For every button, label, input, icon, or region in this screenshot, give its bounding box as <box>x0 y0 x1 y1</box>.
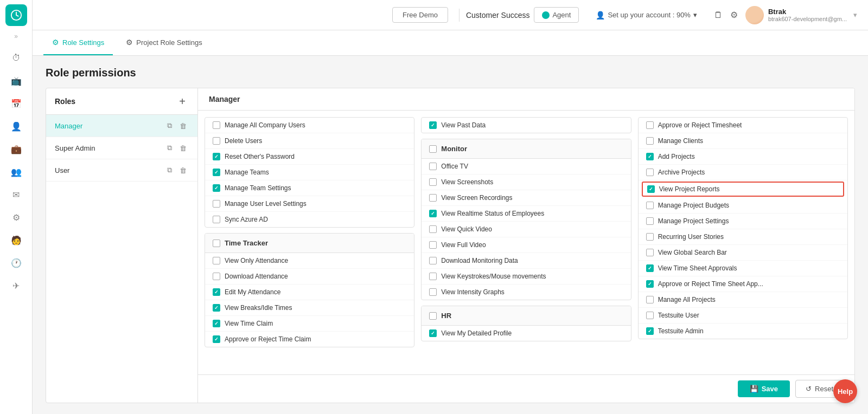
save-icon: 💾 <box>750 385 758 393</box>
cb-download-attendance[interactable] <box>213 273 220 280</box>
cb-manage-all-projects[interactable] <box>646 296 654 303</box>
roles-page: Role permissions Roles + Manager ⧉ 🗑 <box>33 56 868 414</box>
cb-office-tv[interactable] <box>429 163 437 170</box>
perm-item-delete-users: Delete Users <box>205 133 414 149</box>
sidebar-icon-gear[interactable]: ⚙ <box>6 207 27 228</box>
notifications-icon[interactable]: 🗒 <box>714 10 723 20</box>
cb-manage-teams[interactable] <box>213 169 220 176</box>
sidebar-icon-tv[interactable]: 📺 <box>6 70 27 91</box>
cb-archive-projects[interactable] <box>646 169 654 176</box>
role-item-super-admin[interactable]: Super Admin ⧉ 🗑 <box>46 137 197 159</box>
perm-item-manage-teams: Manage Teams <box>205 165 414 180</box>
sidebar-icon-person[interactable]: 🧑 <box>6 230 27 250</box>
app-logo[interactable] <box>5 4 27 26</box>
cb-add-projects[interactable] <box>646 153 654 160</box>
cb-view-past-data[interactable] <box>429 121 437 129</box>
cb-approve-reject-time-sheet-app[interactable] <box>646 280 654 288</box>
cb-manage-clients[interactable] <box>646 137 654 145</box>
cb-delete-users[interactable] <box>213 137 220 145</box>
tab-project-role-settings[interactable]: ⚙ Project Role Settings <box>117 30 210 55</box>
cb-manage-project-settings[interactable] <box>646 217 654 225</box>
tab-role-settings[interactable]: ⚙ Role Settings <box>43 30 113 55</box>
perm-group-user-mgmt: Manage All Company Users Delete Users Re… <box>205 117 414 228</box>
cb-time-tracker-header[interactable] <box>213 240 220 247</box>
perm-item-view-breaks: View Breaks/Idle Times <box>205 300 414 316</box>
cb-sync-azure-ad[interactable] <box>213 216 220 223</box>
delete-role-super-admin[interactable]: 🗑 <box>177 143 189 153</box>
cb-monitor-header[interactable] <box>429 145 437 153</box>
perm-item-view-quick-video: View Quick Video <box>422 222 630 237</box>
sidebar-icon-user[interactable]: 👤 <box>6 116 27 137</box>
add-role-button[interactable]: + <box>176 95 189 108</box>
cb-view-breaks[interactable] <box>213 304 220 312</box>
copy-role-super-admin[interactable]: ⧉ <box>165 143 174 153</box>
cb-edit-my-attendance[interactable] <box>213 288 220 296</box>
cb-manage-all-company-users[interactable] <box>213 121 220 129</box>
cb-manage-project-budgets[interactable] <box>646 202 654 209</box>
cb-view-time-claim[interactable] <box>213 320 220 327</box>
user-info: Btrak btrak607-development@gm... <box>768 8 847 22</box>
agent-button[interactable]: Agent <box>534 7 579 23</box>
perm-label-view-time-sheet-approvals: View Time Sheet Approvals <box>658 264 737 272</box>
perm-item-view-keystrokes: View Keystrokes/Mouse movements <box>422 269 630 284</box>
setup-account-button[interactable]: 👤 Set up your account : 90% ▾ <box>588 7 705 23</box>
free-demo-button[interactable]: Free Demo <box>392 7 448 23</box>
help-button[interactable]: Help <box>833 379 857 403</box>
sidebar-icon-mail[interactable]: ✉ <box>6 184 27 205</box>
save-button[interactable]: 💾 Save <box>738 380 790 397</box>
cb-testsuite-user[interactable] <box>646 312 654 319</box>
cb-reset-password[interactable] <box>213 153 220 160</box>
cb-view-quick-video[interactable] <box>429 225 437 233</box>
cb-view-global-search-bar[interactable] <box>646 249 654 256</box>
cb-view-intensity-graphs[interactable] <box>429 288 437 296</box>
sidebar-toggle[interactable]: » <box>14 33 18 40</box>
cb-view-time-sheet-approvals[interactable] <box>646 264 654 272</box>
cb-manage-user-level-settings[interactable] <box>213 200 220 208</box>
copy-role-manager[interactable]: ⧉ <box>165 120 174 131</box>
sidebar-icon-clock[interactable]: ⏱ <box>6 48 27 68</box>
sidebar-icon-alarm[interactable]: 🕐 <box>6 253 27 273</box>
sidebar-icon-users[interactable]: 👥 <box>6 161 27 182</box>
perm-label-manage-clients: Manage Clients <box>658 137 703 145</box>
cb-view-keystrokes[interactable] <box>429 273 437 280</box>
sidebar-icon-briefcase[interactable]: 💼 <box>6 139 27 159</box>
delete-role-manager[interactable]: 🗑 <box>177 120 189 131</box>
cb-view-realtime-status[interactable] <box>429 210 437 217</box>
perm-col-3: Approve or Reject Timesheet Manage Clien… <box>638 117 848 339</box>
cb-view-project-reports[interactable] <box>647 185 655 193</box>
cb-download-monitoring-data[interactable] <box>429 257 437 264</box>
perm-label-approve-reject-time-claim: Approve or Reject Time Claim <box>225 335 311 343</box>
cb-view-only-attendance[interactable] <box>213 257 220 264</box>
copy-role-user[interactable]: ⧉ <box>165 165 174 176</box>
cb-view-screenshots[interactable] <box>429 178 437 186</box>
delete-role-user[interactable]: 🗑 <box>177 165 189 176</box>
cb-testsuite-admin[interactable] <box>646 327 654 335</box>
perm-item-manage-team-settings: Manage Team Settings <box>205 180 414 196</box>
cb-recurring-user-stories[interactable] <box>646 233 654 241</box>
cb-approve-reject-time-claim[interactable] <box>213 335 220 343</box>
perm-label-view-time-claim: View Time Claim <box>225 320 273 327</box>
role-item-user[interactable]: User ⧉ 🗑 <box>46 159 197 182</box>
cb-view-full-video[interactable] <box>429 241 437 249</box>
perm-item-manage-all-projects: Manage All Projects <box>639 292 847 308</box>
cb-manage-team-settings[interactable] <box>213 184 220 192</box>
user-menu[interactable]: Btrak btrak607-development@gm... ▾ <box>745 6 857 24</box>
cb-view-my-detailed-profile[interactable] <box>429 329 437 337</box>
sidebar-icon-calendar[interactable]: 📅 <box>6 93 27 114</box>
customer-success-link[interactable]: Customer Success <box>466 11 529 20</box>
roles-header-label: Roles <box>55 97 75 106</box>
sidebar-icon-send[interactable]: ✈ <box>6 275 27 296</box>
settings-icon[interactable]: ⚙ <box>730 10 738 20</box>
role-item-manager[interactable]: Manager ⧉ 🗑 <box>46 115 197 137</box>
bottom-bar: 💾 Save ↺ Reset <box>198 374 854 403</box>
cb-approve-reject-timesheet[interactable] <box>646 121 654 129</box>
perm-label-view-breaks: View Breaks/Idle Times <box>225 304 292 312</box>
agent-icon <box>542 11 550 19</box>
user-circle-icon: 👤 <box>596 11 605 20</box>
perm-item-view-project-reports: View Project Reports <box>642 182 844 197</box>
cb-view-screen-recordings[interactable] <box>429 194 437 202</box>
perm-item-sync-azure-ad: Sync Azure AD <box>205 212 414 227</box>
perm-label-manage-project-budgets: Manage Project Budgets <box>658 202 729 209</box>
cb-hr-header[interactable] <box>429 312 437 320</box>
perm-item-manage-all-company-users: Manage All Company Users <box>205 118 414 133</box>
